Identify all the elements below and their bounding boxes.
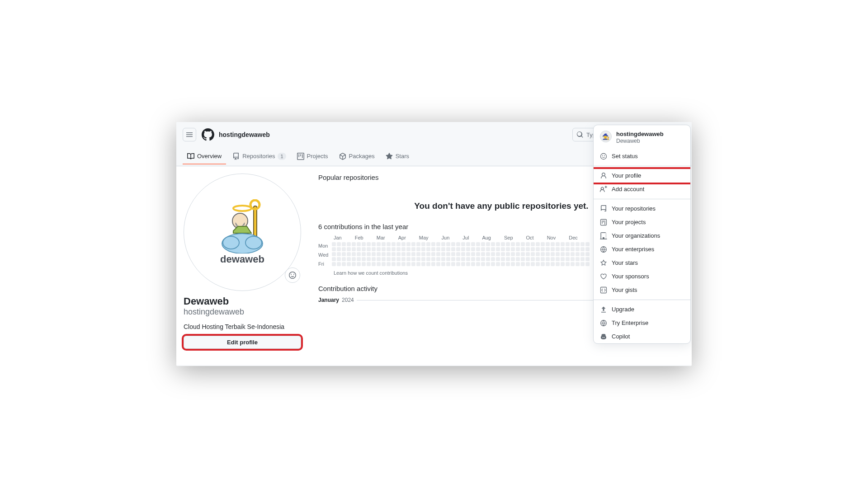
contrib-cell[interactable] (387, 252, 391, 256)
contrib-cell[interactable] (516, 257, 520, 261)
contrib-cell[interactable] (461, 252, 465, 256)
contrib-cell[interactable] (571, 262, 575, 266)
contrib-cell[interactable] (337, 252, 341, 256)
contrib-cell[interactable] (406, 257, 410, 261)
contrib-cell[interactable] (352, 252, 356, 256)
menu-add-account[interactable]: Add account (594, 183, 690, 196)
contrib-cell[interactable] (396, 247, 401, 251)
contrib-cell[interactable] (481, 257, 485, 261)
contrib-cell[interactable] (576, 262, 580, 266)
contrib-cell[interactable] (585, 247, 590, 251)
contrib-cell[interactable] (585, 252, 590, 256)
contrib-cell[interactable] (531, 242, 535, 246)
contrib-cell[interactable] (541, 252, 545, 256)
contrib-cell[interactable] (461, 247, 465, 251)
contrib-cell[interactable] (506, 247, 510, 251)
contrib-cell[interactable] (451, 247, 455, 251)
contrib-cell[interactable] (352, 242, 356, 246)
contrib-cell[interactable] (421, 257, 425, 261)
contrib-cell[interactable] (471, 257, 475, 261)
contrib-cell[interactable] (357, 257, 361, 261)
contrib-cell[interactable] (561, 247, 565, 251)
menu-copilot[interactable]: Copilot (594, 330, 690, 343)
contrib-cell[interactable] (411, 252, 415, 256)
contrib-cell[interactable] (501, 257, 505, 261)
contrib-cell[interactable] (541, 242, 545, 246)
contrib-cell[interactable] (496, 247, 500, 251)
contrib-cell[interactable] (406, 262, 410, 266)
contrib-cell[interactable] (531, 262, 535, 266)
contrib-cell[interactable] (377, 262, 381, 266)
contrib-cell[interactable] (436, 247, 440, 251)
contrib-cell[interactable] (456, 242, 460, 246)
contrib-cell[interactable] (441, 242, 445, 246)
contrib-cell[interactable] (367, 242, 371, 246)
contrib-cell[interactable] (536, 247, 540, 251)
menu-set-status[interactable]: Set status (594, 150, 690, 163)
contrib-cell[interactable] (357, 247, 361, 251)
contrib-cell[interactable] (441, 247, 445, 251)
contrib-cell[interactable] (342, 257, 346, 261)
contrib-cell[interactable] (401, 242, 406, 246)
contrib-cell[interactable] (496, 257, 500, 261)
menu-your-organizations[interactable]: Your organizations (594, 229, 690, 243)
contrib-cell[interactable] (406, 242, 410, 246)
contrib-cell[interactable] (347, 252, 351, 256)
context-username[interactable]: hostingdewaweb (219, 131, 270, 138)
contrib-cell[interactable] (382, 242, 386, 246)
contrib-cell[interactable] (536, 262, 540, 266)
contrib-cell[interactable] (372, 242, 376, 246)
contrib-cell[interactable] (516, 252, 520, 256)
contrib-cell[interactable] (585, 257, 590, 261)
tab-projects[interactable]: Projects (292, 149, 333, 164)
contrib-cell[interactable] (451, 242, 455, 246)
contrib-cell[interactable] (461, 262, 465, 266)
contrib-cell[interactable] (471, 247, 475, 251)
contrib-cell[interactable] (486, 242, 490, 246)
contrib-cell[interactable] (332, 247, 336, 251)
set-status-button[interactable] (285, 267, 300, 283)
contrib-cell[interactable] (411, 247, 415, 251)
contrib-cell[interactable] (546, 252, 550, 256)
contrib-cell[interactable] (357, 242, 361, 246)
contrib-cell[interactable] (347, 242, 351, 246)
contrib-cell[interactable] (576, 257, 580, 261)
contrib-cell[interactable] (471, 242, 475, 246)
contrib-cell[interactable] (396, 252, 401, 256)
contrib-cell[interactable] (501, 247, 505, 251)
contrib-cell[interactable] (531, 257, 535, 261)
contrib-cell[interactable] (446, 252, 450, 256)
contrib-cell[interactable] (506, 257, 510, 261)
contrib-cell[interactable] (431, 247, 435, 251)
contrib-cell[interactable] (556, 262, 560, 266)
contrib-cell[interactable] (411, 262, 415, 266)
contrib-cell[interactable] (571, 242, 575, 246)
contrib-cell[interactable] (556, 247, 560, 251)
learn-contributions-link[interactable]: Learn how we count contributions (334, 270, 408, 276)
avatar-image[interactable]: dewaweb (184, 174, 301, 291)
contrib-cell[interactable] (392, 247, 396, 251)
contrib-cell[interactable] (456, 247, 460, 251)
contrib-cell[interactable] (501, 252, 505, 256)
tab-overview[interactable]: Overview (183, 149, 226, 164)
contrib-cell[interactable] (521, 252, 525, 256)
contrib-cell[interactable] (546, 257, 550, 261)
contrib-cell[interactable] (401, 262, 406, 266)
contrib-cell[interactable] (511, 257, 515, 261)
contrib-cell[interactable] (491, 242, 495, 246)
contrib-cell[interactable] (436, 262, 440, 266)
hamburger-button[interactable] (183, 128, 196, 141)
contrib-cell[interactable] (496, 252, 500, 256)
contrib-cell[interactable] (491, 247, 495, 251)
tab-packages[interactable]: Packages (335, 149, 379, 164)
contrib-cell[interactable] (342, 262, 346, 266)
contrib-cell[interactable] (521, 257, 525, 261)
contrib-cell[interactable] (416, 242, 420, 246)
contrib-cell[interactable] (466, 242, 470, 246)
contrib-cell[interactable] (580, 262, 585, 266)
contrib-cell[interactable] (367, 262, 371, 266)
contrib-cell[interactable] (372, 257, 376, 261)
contrib-cell[interactable] (471, 252, 475, 256)
contrib-cell[interactable] (332, 242, 336, 246)
contrib-cell[interactable] (546, 242, 550, 246)
